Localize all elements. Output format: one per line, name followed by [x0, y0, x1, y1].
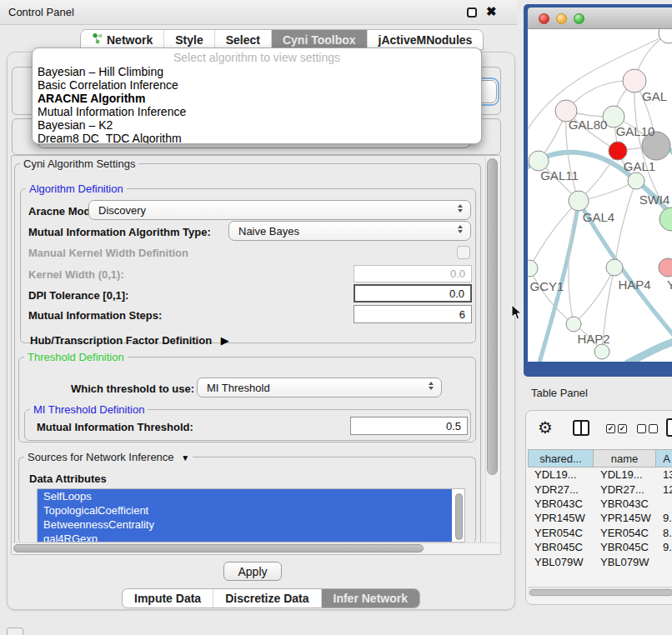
column-header-a[interactable]: A [656, 449, 672, 468]
mi-threshold-field[interactable]: 0.5 [350, 417, 468, 435]
collapse-down-icon[interactable]: ▼ [181, 453, 189, 462]
dropdown-item-dream8-dc-tdc-algorithm[interactable]: Dream8 DC_TDC Algorithm [33, 132, 481, 144]
node-gal1-label: GAL1 [624, 159, 655, 173]
tab-label: jActiveMNodules [379, 33, 473, 47]
combo-arrows-icon [458, 204, 463, 212]
tab-select[interactable]: Select [215, 30, 272, 49]
network-window: GALGAL80GAL10GAL1GAL11SWI4GAL4GCY1HAP4YH… [524, 4, 672, 377]
gear-icon[interactable]: ⚙ [538, 418, 553, 438]
node-salmon-label: Y [667, 278, 672, 292]
mi-steps-field[interactable]: 6 [354, 305, 472, 323]
kernel-width-label: Kernel Width (0,1): [28, 268, 124, 281]
table-row[interactable]: YBR043CYBR043C [528, 497, 672, 511]
node-gal2-label: GAL [642, 89, 667, 103]
which-threshold-select[interactable]: MI Threshold [197, 378, 442, 398]
dropdown-item-aracne-algorithm[interactable]: ARACNE Algorithm [33, 92, 481, 105]
column-header-shared[interactable]: shared... [528, 449, 594, 468]
expand-right-icon[interactable]: ▶ [221, 334, 229, 347]
split-columns-icon[interactable] [573, 420, 589, 436]
table-panel-title: Table Panel [531, 387, 588, 399]
settings-hscroll-thumb[interactable] [13, 544, 424, 552]
close-icon[interactable]: ✖ [486, 4, 497, 19]
node-swi4[interactable] [659, 208, 672, 231]
mi-threshold-title: MI Threshold Definition [30, 403, 148, 416]
mi-type-select[interactable]: Naive Bayes [228, 221, 471, 241]
data-attributes-list[interactable]: SelfLoopsTopologicalCoefficientBetweenne… [37, 488, 465, 542]
table-row[interactable]: YBR045CYBR045C9. [528, 540, 672, 554]
network-window-titlebar[interactable] [528, 8, 672, 29]
unchecked-checkbox-icon[interactable] [649, 424, 658, 433]
attributes-list-scrollbar[interactable] [455, 493, 463, 540]
attribute-item-betweennesscentrality[interactable]: BetweennessCentrality [38, 518, 452, 532]
manual-kernel-label: Manual Kernel Width Definition [28, 247, 188, 259]
document-icon[interactable] [666, 418, 672, 437]
table-hscroll-thumb[interactable] [529, 589, 672, 596]
checked-checkbox-icon[interactable]: ✓ [618, 424, 627, 433]
tab-label: Select [226, 33, 260, 47]
dropdown-item-basic-correlation-inference[interactable]: Basic Correlation Inference [33, 78, 481, 92]
table-cell: YDL19... [528, 468, 594, 482]
node-bottom[interactable] [594, 344, 609, 359]
close-traffic-icon[interactable] [539, 13, 549, 24]
checked-checkbox-icon[interactable]: ✓ [606, 424, 615, 433]
node-gal1[interactable] [609, 142, 627, 160]
node-gal4[interactable] [569, 191, 589, 211]
table-cell: YBL079W [528, 554, 594, 567]
attribute-item-topologicalcoefficient[interactable]: TopologicalCoefficient [38, 503, 452, 518]
kernel-width-field[interactable]: 0.0 [354, 265, 472, 282]
dropdown-item-bayesian-hill-climbing[interactable]: Bayesian – Hill Climbing [33, 65, 481, 78]
apply-button[interactable]: Apply [223, 562, 282, 581]
manual-kernel-checkbox[interactable] [457, 246, 470, 259]
dpi-tolerance-field[interactable]: 0.0 [354, 284, 472, 302]
table-row[interactable]: YER054CYER054C8. [528, 526, 672, 540]
aracne-mode-value: Discovery [98, 204, 146, 217]
attribute-item-selfloops[interactable]: SelfLoops [38, 489, 452, 503]
bottom-tabbar: Impute DataDiscretize DataInfer Network [122, 588, 420, 608]
table-toolbar: ⚙ ✓ ✓ [526, 411, 672, 448]
dropdown-item-mutual-information-inference[interactable]: Mutual Information Inference [33, 105, 481, 118]
dpi-tolerance-label: DPI Tolerance [0,1]: [28, 289, 128, 302]
table-panel: ⚙ ✓ ✓ shared...nameAYDL19...YDL19...13YD… [525, 410, 672, 605]
dropdown-placeholder: Select algorithm to view settings [33, 50, 481, 65]
network-graph: GALGAL80GAL10GAL1GAL11SWI4GAL4GCY1HAP4YH… [528, 29, 672, 362]
dropdown-item-bayesian-k2[interactable]: Bayesian – K2 [33, 118, 481, 132]
minimize-traffic-icon[interactable] [556, 13, 567, 24]
tab-impute-data[interactable]: Impute Data [123, 589, 213, 608]
combo-arrows-icon [429, 382, 434, 390]
node-salmon[interactable] [659, 258, 672, 277]
tab-discretize-data[interactable]: Discretize Data [213, 589, 321, 608]
aracne-mode-select[interactable]: Discovery [88, 200, 471, 220]
hub-section-label[interactable]: Hub/Transcription Factor Definition ▶ [30, 334, 229, 347]
node-hap2[interactable] [566, 317, 581, 332]
dropdown-items: Bayesian – Hill ClimbingBasic Correlatio… [33, 65, 481, 144]
table-cell: YDR27... [528, 482, 594, 496]
restore-icon[interactable] [467, 8, 477, 18]
node-hap4-label: HAP4 [618, 278, 650, 292]
table-hscroll-track[interactable] [528, 587, 672, 597]
tab-network[interactable]: Network [81, 30, 164, 49]
settings-vscroll-thumb[interactable] [487, 158, 498, 475]
sources-title[interactable]: Sources for Network Inference ▼ [24, 451, 193, 463]
tab-label: Style [175, 33, 203, 47]
tab-jactivemnodules[interactable]: jActiveMNodules [368, 30, 484, 49]
attribute-item-gal4rgexp[interactable]: gal4RGexp [38, 532, 452, 542]
column-header-name[interactable]: name [594, 449, 656, 468]
zoom-traffic-icon[interactable] [574, 13, 584, 24]
network-edge [614, 181, 636, 268]
table-row[interactable]: YDL19...YDL19...13 [528, 468, 672, 482]
table-row[interactable]: YBL079WYBL079W [528, 554, 672, 567]
node-partial-top[interactable] [659, 29, 672, 43]
table-row[interactable]: YPR145WYPR145W9. [528, 511, 672, 525]
table-cell [656, 554, 672, 567]
unchecked-checkbox-icon[interactable] [637, 424, 646, 433]
bottom-left-partial-button[interactable] [7, 628, 23, 635]
tab-style[interactable]: Style [164, 30, 214, 49]
network-canvas[interactable]: GALGAL80GAL10GAL1GAL11SWI4GAL4GCY1HAP4YH… [528, 29, 672, 362]
node-mid-green[interactable] [628, 172, 644, 189]
node-hap4[interactable] [606, 259, 623, 276]
table-row[interactable]: YDR27...YDR27...12 [528, 482, 672, 496]
tab-infer-network[interactable]: Infer Network [322, 589, 419, 608]
node-gcy1[interactable] [528, 260, 538, 277]
tab-cyni-toolbox[interactable]: Cyni Toolbox [272, 30, 368, 49]
threshold-title: Threshold Definition [24, 351, 128, 363]
